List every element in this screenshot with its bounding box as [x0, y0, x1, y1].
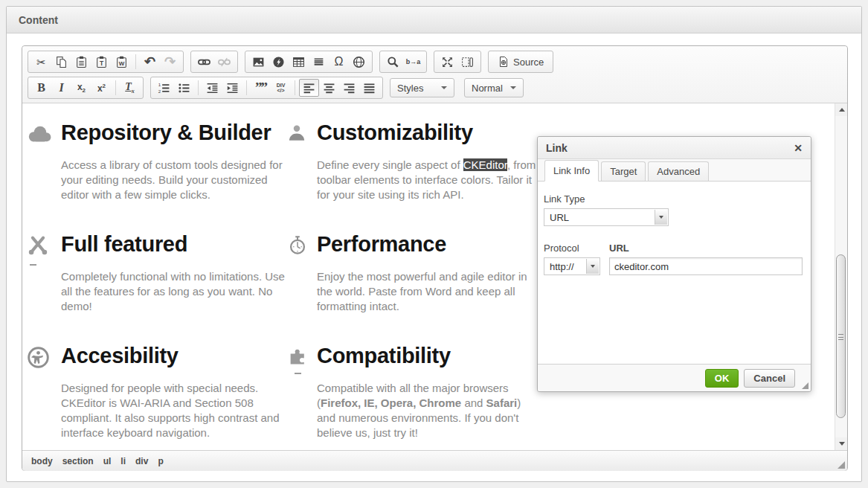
image-icon	[252, 56, 265, 68]
chevron-down-icon	[441, 86, 447, 89]
dash-marker	[295, 373, 301, 374]
remove-format-icon: Tx	[125, 81, 135, 94]
tab-link-info[interactable]: Link Info	[544, 160, 599, 182]
section-body: Access a library of custom tools designe…	[61, 158, 293, 202]
cloud-icon	[27, 123, 57, 202]
section-title: Full featured	[61, 231, 293, 257]
horizontal-rule-button[interactable]	[309, 53, 329, 71]
find-button[interactable]	[383, 53, 403, 71]
puzzle-icon	[287, 346, 312, 440]
scrollbar-grip	[838, 334, 843, 340]
path-item-ul[interactable]: ul	[103, 456, 112, 466]
align-left-button[interactable]	[299, 79, 319, 97]
dialog-footer: OK Cancel	[538, 364, 811, 391]
link-icon	[198, 56, 210, 68]
table-icon	[292, 56, 305, 68]
align-center-button[interactable]	[319, 79, 339, 97]
paste-button[interactable]	[71, 53, 91, 71]
align-right-button[interactable]	[339, 79, 359, 97]
numbered-list-button[interactable]: 12	[154, 79, 174, 97]
toolbar-separator	[198, 80, 199, 95]
justify-icon	[363, 82, 376, 94]
path-item-li[interactable]: li	[120, 456, 126, 466]
svg-text:T: T	[100, 60, 104, 67]
toolbar-separator	[246, 80, 247, 95]
path-item-div[interactable]: div	[135, 456, 148, 466]
paste-plain-text-button[interactable]: T	[91, 53, 112, 71]
source-group: Source	[488, 51, 553, 73]
blockquote-button[interactable]: ””	[251, 79, 271, 97]
table-button[interactable]	[289, 53, 309, 71]
increase-indent-button[interactable]	[222, 79, 242, 97]
feature-section-compatibility: Compatibility Compatible with all the ma…	[287, 343, 540, 440]
decrease-indent-button[interactable]	[202, 79, 222, 97]
triangle-down-icon	[839, 442, 845, 446]
scroll-down-button[interactable]	[835, 437, 847, 450]
path-item-body[interactable]: body	[31, 456, 53, 466]
flash-button[interactable]	[269, 53, 289, 71]
toolbar-separator	[135, 54, 136, 69]
select-arrow-icon[interactable]	[586, 259, 599, 274]
editor-resize-grip[interactable]	[838, 461, 845, 469]
feature-section-customizability: Customizability Define every single aspe…	[287, 120, 540, 202]
redo-button[interactable]: ↷	[160, 53, 180, 71]
clipboard-group: ✂ T W ↶ ↷	[28, 51, 184, 73]
format-dropdown[interactable]: Normal	[464, 78, 524, 97]
accessibility-icon	[27, 346, 57, 440]
dialog-resize-grip[interactable]	[802, 382, 808, 389]
insert-group: Ω	[245, 51, 373, 73]
path-item-p[interactable]: p	[158, 456, 163, 466]
maximize-button[interactable]	[437, 53, 457, 71]
paste-from-word-button[interactable]: W	[112, 53, 132, 71]
url-input[interactable]	[609, 257, 803, 275]
remove-format-button[interactable]: Tx	[120, 79, 140, 97]
iframe-button[interactable]	[349, 53, 369, 71]
find-group: b→a	[379, 51, 427, 73]
styles-dropdown[interactable]: Styles	[390, 78, 454, 97]
cut-button[interactable]: ✂	[31, 53, 51, 71]
justify-button[interactable]	[359, 79, 379, 97]
section-title: Compatibility	[317, 343, 540, 368]
replace-button[interactable]: b→a	[403, 53, 423, 71]
link-type-select[interactable]: URL	[544, 208, 669, 226]
hrule-icon	[312, 56, 325, 68]
scrollbar-thumb[interactable]	[836, 254, 846, 418]
show-blocks-button[interactable]	[457, 53, 478, 71]
tab-advanced[interactable]: Advanced	[648, 161, 709, 181]
cancel-button[interactable]: Cancel	[744, 369, 795, 388]
bulleted-list-button[interactable]	[174, 79, 194, 97]
select-arrow-icon[interactable]	[655, 210, 667, 225]
tools-icon	[27, 234, 57, 314]
section-body: Define every single aspect of CKEditor, …	[317, 158, 540, 202]
scroll-up-button[interactable]	[835, 103, 847, 116]
image-button[interactable]	[248, 53, 269, 71]
path-item-section[interactable]: section	[62, 456, 94, 466]
toolbar-separator	[295, 80, 295, 95]
redo-icon: ↷	[164, 55, 176, 68]
paste-icon	[75, 56, 88, 68]
superscript-button[interactable]: x2	[91, 79, 112, 97]
link-button[interactable]	[194, 53, 214, 71]
section-title: Performance	[317, 231, 540, 257]
vertical-scrollbar[interactable]	[835, 103, 847, 450]
special-character-button[interactable]: Ω	[329, 53, 349, 71]
undo-button[interactable]: ↶	[140, 53, 160, 71]
protocol-field: Protocol http://	[544, 243, 600, 275]
copy-button[interactable]	[51, 53, 71, 71]
toolbar-row-1: ✂ T W ↶ ↷ Ω	[28, 51, 843, 73]
source-button[interactable]: Source	[492, 53, 550, 71]
protocol-select[interactable]: http://	[544, 257, 600, 275]
basicstyles-group: B I x2 x2 Tx	[28, 77, 144, 99]
unlink-button[interactable]	[214, 53, 234, 71]
close-icon[interactable]: ✕	[794, 143, 803, 153]
italic-button[interactable]: I	[51, 79, 71, 97]
bold-button[interactable]: B	[31, 79, 51, 97]
superscript-icon: x2	[97, 83, 106, 94]
subscript-button[interactable]: x2	[71, 79, 91, 97]
tab-target[interactable]: Target	[601, 161, 646, 181]
dialog-titlebar[interactable]: Link ✕	[538, 137, 811, 159]
section-body: Designed for people with special needs. …	[61, 381, 293, 440]
window-title: Content	[19, 14, 58, 26]
ok-button[interactable]: OK	[705, 369, 739, 388]
div-container-button[interactable]: DIV</>	[271, 79, 291, 97]
